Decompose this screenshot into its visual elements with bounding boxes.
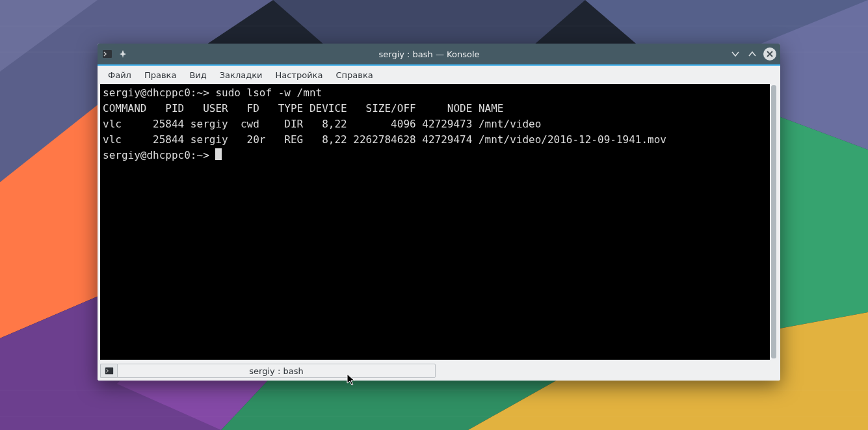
tabbar: sergiy : bash (98, 362, 780, 381)
prompt: sergiy@dhcppc0:~> (103, 149, 215, 161)
konsole-window: sergiy : bash — Konsole Файл Правка Вид … (98, 44, 780, 381)
terminal[interactable]: sergiy@dhcppc0:~> sudo lsof -w /mnt COMM… (100, 84, 770, 360)
svg-rect-17 (103, 50, 112, 58)
menu-edit[interactable]: Правка (138, 68, 183, 83)
pin-icon[interactable] (117, 48, 129, 60)
tab-active[interactable]: sergiy : bash (117, 364, 436, 378)
output-row: vlc 25844 sergiy cwd DIR 8,22 4096 42729… (103, 118, 541, 130)
output-header: COMMAND PID USER FD TYPE DEVICE SIZE/OFF… (103, 102, 504, 114)
window-titlebar[interactable]: sergiy : bash — Konsole (98, 44, 780, 64)
new-tab-button[interactable] (100, 364, 117, 378)
prompt: sergiy@dhcppc0:~> (103, 87, 215, 99)
text-cursor (215, 148, 222, 160)
scrollbar-thumb[interactable] (771, 85, 776, 358)
terminal-app-icon (101, 48, 113, 60)
tab-label: sergiy : bash (249, 366, 303, 376)
terminal-scrollbar[interactable] (770, 84, 778, 360)
menu-help[interactable]: Справка (329, 68, 379, 83)
output-row: vlc 25844 sergiy 20r REG 8,22 2262784628… (103, 133, 666, 146)
menu-settings[interactable]: Настройка (269, 68, 329, 83)
menubar: Файл Правка Вид Закладки Настройка Справ… (98, 66, 780, 84)
minimize-icon[interactable] (730, 48, 741, 60)
terminal-viewport: sergiy@dhcppc0:~> sudo lsof -w /mnt COMM… (98, 84, 780, 362)
menu-bookmarks[interactable]: Закладки (213, 68, 269, 83)
close-icon[interactable] (763, 47, 776, 60)
window-title: sergiy : bash — Konsole (129, 49, 730, 59)
maximize-icon[interactable] (746, 48, 758, 60)
menu-file[interactable]: Файл (101, 68, 138, 83)
command-text: sudo lsof -w /mnt (215, 87, 322, 99)
svg-rect-18 (105, 368, 112, 375)
menu-view[interactable]: Вид (183, 68, 213, 83)
